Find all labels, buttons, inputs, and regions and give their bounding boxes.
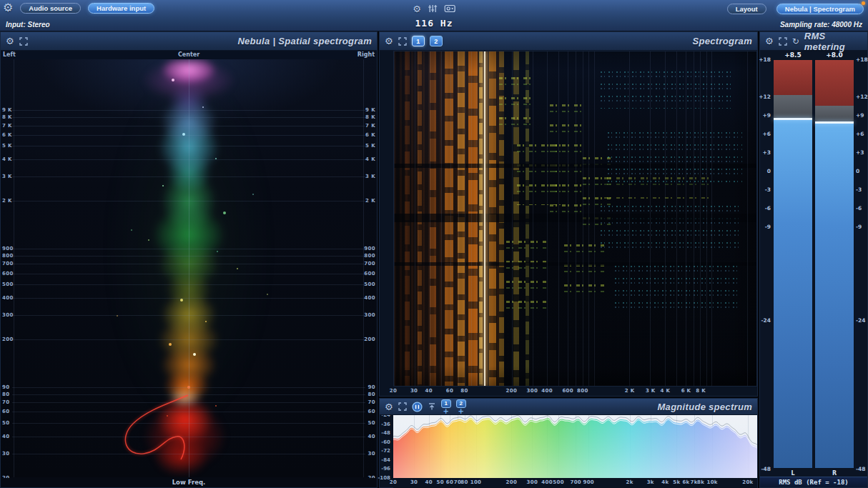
magnitude-fullscreen-icon[interactable] (398, 402, 407, 411)
freq-gridline (686, 51, 686, 386)
rms-reset-icon[interactable]: ↻ (792, 37, 799, 46)
rms-settings-gear-icon[interactable]: ⚙ (765, 36, 774, 46)
freq-tick-label: 9 K (2, 107, 12, 113)
rms-fullscreen-icon[interactable] (779, 37, 787, 46)
freq-tick-label: 40 (368, 434, 375, 439)
spatial-fullscreen-icon[interactable] (19, 37, 28, 46)
spectrogram-fade-art (593, 312, 756, 386)
freq-tick-label: 200 (506, 479, 518, 485)
layout-button[interactable]: Layout (727, 4, 766, 14)
freq-gridline (629, 51, 630, 386)
magnitude-view-1-button[interactable]: 1 (441, 399, 451, 408)
freq-tick-label: 3 K (365, 174, 375, 179)
meter-dim-zone (774, 95, 812, 119)
spectrogram-fullscreen-icon[interactable] (398, 37, 407, 46)
spatial-spectrogram-plot[interactable]: 9 K9 K8 K8 K7 K7 K6 K6 K5 K5 K4 K4 K3 K3… (1, 59, 377, 478)
magnitude-spectrum-plot[interactable] (393, 415, 757, 478)
spectrogram-view-1-button[interactable]: 1 (412, 36, 425, 46)
freq-tick-label: 400 (541, 388, 553, 394)
db-tick-label: -48 (381, 430, 390, 436)
magnitude-settings-gear-icon[interactable]: ⚙ (385, 402, 393, 412)
spatial-settings-gear-icon[interactable]: ⚙ (6, 36, 14, 46)
freq-tick-label: 30 (410, 479, 418, 485)
db-scale-label: 0 (767, 168, 771, 174)
fit-to-top-icon[interactable] (428, 402, 436, 411)
right-channel-label: R (814, 470, 854, 477)
freq-gridline (576, 51, 576, 386)
spectrogram-panel: ⚙ 1 2 Spectrogram (379, 31, 758, 397)
center-channel-label: Center (178, 51, 199, 58)
spatial-panel-footer: Low Freq. (1, 477, 377, 487)
freq-gridline (12, 201, 365, 201)
freq-gridline (12, 264, 365, 264)
freq-tick-label: 60 (446, 479, 453, 485)
freq-gridline (12, 394, 365, 395)
rms-meter-left[interactable] (773, 59, 813, 469)
spectrogram-panel-title: Spectrogram (693, 36, 753, 46)
freq-tick-label: 300 (527, 388, 538, 394)
pause-button[interactable] (412, 402, 423, 412)
freq-tick-label: 4 K (661, 388, 671, 394)
freq-gridline (465, 51, 465, 386)
db-scale-label: +12 (856, 94, 868, 100)
db-scale-label: -3 (765, 186, 771, 193)
spatial-panel-header: ⚙ Nebula | Spatial spectrogram (1, 32, 377, 51)
freq-tick-label: 5k (673, 479, 680, 485)
freq-tick-label: 40 (425, 388, 433, 394)
spectrogram-settings-gear-icon[interactable]: ⚙ (385, 36, 393, 46)
freq-gridline (512, 51, 513, 386)
spectrogram-view-2-button[interactable]: 2 (430, 36, 443, 46)
freq-tick-label: 3 K (2, 174, 12, 179)
magnitude-view-2-button[interactable]: 2 (456, 399, 466, 408)
freq-tick-label: 7 K (365, 123, 375, 129)
freq-gridline (547, 51, 548, 386)
magnitude-frequency-axis: 203040506070801002003004005007009002k3k4… (393, 478, 757, 488)
freq-gridline (471, 51, 472, 386)
freq-tick-label: 50 (2, 420, 10, 426)
freq-tick-label: 6 K (365, 132, 375, 138)
db-scale-label: -24 (856, 317, 866, 323)
meter-value-line (815, 121, 854, 124)
magnitude-add-1-icon[interactable]: + (443, 409, 448, 414)
hardware-input-button[interactable]: Hardware input (88, 3, 154, 14)
sliders-icon[interactable] (428, 4, 438, 13)
spectrogram-frequency-axis: 20304060802003004006008002 K3 K4 K6 K8 K (393, 387, 757, 396)
freq-gridline (430, 51, 430, 386)
audio-source-button[interactable]: Audio source (20, 3, 81, 14)
spectrogram-high-art (608, 129, 742, 186)
freq-gridline (12, 110, 365, 111)
rms-meter-right[interactable] (814, 59, 854, 469)
freq-gridline (706, 51, 707, 386)
settings-gear-icon[interactable]: ⚙ (3, 2, 13, 14)
freq-tick-label: 700 (570, 479, 581, 485)
magnitude-add-2-icon[interactable]: + (458, 409, 463, 414)
freq-tick-label: 60 (2, 409, 10, 414)
freq-tick-label: 3 K (646, 388, 656, 394)
rms-scale-left: +18+12+9+6+30-3-6-9-24-48 (760, 59, 772, 469)
stereo-position-axis: Left Center Right (1, 51, 377, 59)
rms-value-readouts: +8.5 +8.0 (760, 51, 867, 59)
freq-tick-label: 900 (2, 246, 14, 252)
freq-tick-label: 60 (368, 409, 375, 414)
db-scale-label: -6 (856, 205, 862, 211)
layout-preset-button[interactable]: Nebula | Spectrogram (776, 4, 864, 14)
spectrogram-plot[interactable] (393, 51, 757, 387)
left-channel-label: Left (3, 51, 16, 58)
db-scale-label: +12 (759, 94, 771, 100)
freq-tick-label: 50 (368, 420, 375, 426)
freq-tick-label: 300 (527, 479, 538, 485)
display-settings-gear-icon[interactable]: ⚙ (413, 4, 421, 14)
freq-gridline (476, 51, 477, 386)
rms-footer: RMS dB (Ref = -18) (760, 477, 867, 487)
freq-gridline (650, 51, 651, 386)
toolbar-right-group: Layout Nebula | Spectrogram (727, 4, 864, 14)
io-monitor-icon[interactable] (444, 4, 455, 13)
freq-tick-label: 4 K (2, 156, 12, 162)
freq-tick-label: 700 (2, 261, 14, 267)
freq-tick-label: 800 (364, 253, 375, 259)
db-scale-label: +9 (762, 112, 771, 119)
low-freq-label: Low Freq. (172, 479, 206, 486)
right-axis-line (363, 59, 364, 478)
meter-level-fill (774, 119, 812, 468)
freq-tick-label: 5 K (365, 143, 375, 149)
